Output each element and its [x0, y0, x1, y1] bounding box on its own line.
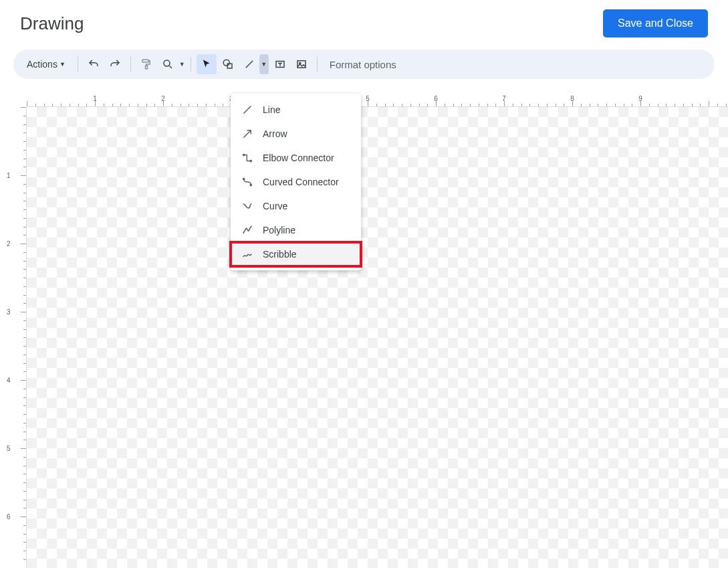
- shape-tool-button[interactable]: [218, 54, 238, 74]
- horizontal-ruler: 123456789: [27, 94, 728, 107]
- line-menu-item-curve[interactable]: Curve: [231, 194, 361, 218]
- textbox-icon: [274, 58, 286, 70]
- vertical-ruler: 123456: [3, 107, 27, 568]
- menu-item-label: Elbow Connector: [263, 153, 334, 163]
- cursor-icon: [201, 58, 213, 70]
- elbow-icon: [241, 152, 253, 164]
- line-icon: [241, 104, 253, 116]
- svg-point-9: [250, 160, 251, 161]
- image-tool-button[interactable]: [291, 54, 312, 74]
- line-tool-button[interactable]: [239, 54, 259, 74]
- drawing-canvas[interactable]: [27, 107, 728, 568]
- menu-item-label: Scribble: [263, 249, 297, 260]
- line-menu-item-elbow[interactable]: Elbow Connector: [231, 146, 361, 170]
- svg-point-11: [250, 184, 251, 185]
- line-menu-item-polyline[interactable]: Polyline: [231, 218, 361, 242]
- paint-roller-icon: [140, 58, 152, 70]
- drawing-toolbar: Actions ▼ ▼ ▼ Format optio: [13, 50, 715, 79]
- undo-icon: [88, 58, 100, 70]
- line-icon: [243, 58, 255, 70]
- line-tool-dropdown-button[interactable]: ▼: [259, 54, 269, 74]
- menu-item-label: Polyline: [263, 225, 295, 235]
- ruler-mark: 5: [7, 445, 11, 452]
- scribble-icon: [241, 248, 253, 260]
- dialog-title: Drawing: [20, 13, 84, 34]
- toolbar-separator: [191, 57, 191, 72]
- ruler-mark: 3: [7, 308, 11, 316]
- line-menu-item-scribble[interactable]: Scribble: [231, 242, 361, 266]
- magnifier-icon: [162, 58, 174, 70]
- toolbar-separator: [78, 57, 78, 72]
- ruler-mark: 6: [7, 513, 11, 520]
- toolbar-separator: [130, 57, 131, 72]
- select-tool-button[interactable]: [197, 54, 217, 74]
- line-menu-item-curved[interactable]: Curved Connector: [231, 170, 361, 194]
- arrow-icon: [241, 128, 253, 140]
- ruler-mark: 2: [7, 240, 11, 248]
- curve-icon: [241, 200, 253, 212]
- format-options-button[interactable]: Format options: [323, 59, 403, 70]
- actions-menu-button[interactable]: Actions ▼: [20, 59, 72, 70]
- dialog-header: Drawing Save and Close: [0, 0, 728, 50]
- toolbar-separator: [317, 57, 318, 72]
- menu-item-label: Curved Connector: [263, 177, 339, 187]
- actions-label: Actions: [27, 59, 57, 70]
- line-menu-item-arrow[interactable]: Arrow: [231, 122, 361, 146]
- redo-icon: [109, 58, 121, 70]
- redo-button[interactable]: [105, 54, 125, 74]
- svg-point-3: [223, 60, 229, 66]
- drawing-workspace: 123456789 123456: [3, 94, 728, 568]
- menu-item-label: Arrow: [263, 128, 287, 139]
- shape-icon: [222, 58, 234, 70]
- svg-rect-6: [297, 61, 306, 68]
- caret-down-icon: ▼: [261, 61, 267, 68]
- svg-rect-4: [227, 64, 232, 68]
- ruler-mark: 4: [7, 377, 11, 384]
- svg-rect-1: [145, 66, 147, 69]
- caret-down-icon: ▼: [179, 61, 185, 68]
- paint-format-button[interactable]: [136, 54, 156, 74]
- caret-down-icon: ▼: [59, 61, 66, 68]
- save-and-close-button[interactable]: Save and Close: [603, 9, 708, 37]
- line-menu-item-line[interactable]: Line: [231, 98, 361, 122]
- ruler-mark: 1: [7, 172, 11, 179]
- polyline-icon: [241, 224, 253, 236]
- svg-point-2: [164, 60, 170, 66]
- image-icon: [295, 58, 308, 70]
- svg-point-8: [243, 154, 245, 155]
- curved-icon: [241, 176, 253, 188]
- svg-point-10: [243, 178, 245, 179]
- menu-item-label: Curve: [263, 201, 287, 211]
- textbox-tool-button[interactable]: [270, 54, 290, 74]
- svg-rect-0: [142, 60, 148, 62]
- undo-button[interactable]: [84, 54, 104, 74]
- zoom-tool-button[interactable]: ▼: [158, 54, 185, 74]
- line-type-menu: LineArrowElbow ConnectorCurved Connector…: [231, 94, 361, 270]
- menu-item-label: Line: [263, 104, 280, 115]
